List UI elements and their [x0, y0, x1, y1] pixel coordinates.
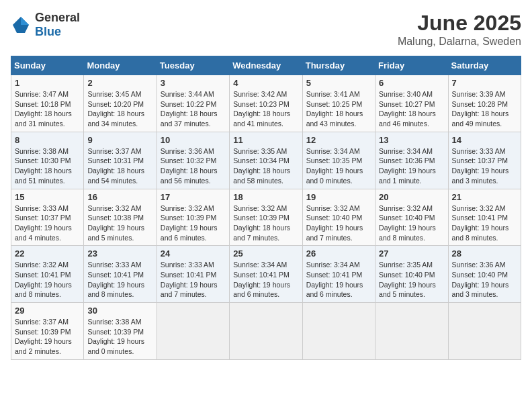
calendar-cell: 18Sunrise: 3:32 AM Sunset: 10:39 PM Dayl… — [230, 189, 302, 246]
weekday-header-row: SundayMondayTuesdayWednesdayThursdayFrid… — [11, 56, 521, 75]
calendar-cell — [230, 303, 302, 360]
day-number: 9 — [87, 135, 152, 145]
day-info: Sunrise: 3:38 AM Sunset: 10:30 PM Daylig… — [15, 146, 80, 186]
calendar-cell: 23Sunrise: 3:33 AM Sunset: 10:41 PM Dayl… — [84, 246, 157, 303]
day-number: 5 — [306, 78, 371, 88]
day-info: Sunrise: 3:33 AM Sunset: 10:37 PM Daylig… — [452, 146, 517, 186]
day-info: Sunrise: 3:34 AM Sunset: 10:35 PM Daylig… — [306, 146, 371, 186]
calendar-cell: 11Sunrise: 3:35 AM Sunset: 10:34 PM Dayl… — [230, 132, 302, 189]
day-info: Sunrise: 3:34 AM Sunset: 10:41 PM Daylig… — [233, 260, 298, 300]
day-info: Sunrise: 3:38 AM Sunset: 10:39 PM Daylig… — [87, 317, 152, 357]
calendar-cell: 13Sunrise: 3:34 AM Sunset: 10:36 PM Dayl… — [375, 132, 448, 189]
calendar-cell: 8Sunrise: 3:38 AM Sunset: 10:30 PM Dayli… — [11, 132, 84, 189]
day-info: Sunrise: 3:41 AM Sunset: 10:25 PM Daylig… — [306, 89, 371, 129]
day-number: 28 — [452, 248, 517, 259]
calendar-table: SundayMondayTuesdayWednesdayThursdayFrid… — [11, 56, 521, 360]
calendar-cell: 25Sunrise: 3:34 AM Sunset: 10:41 PM Dayl… — [230, 246, 302, 303]
logo: General Blue — [11, 11, 80, 39]
day-info: Sunrise: 3:36 AM Sunset: 10:40 PM Daylig… — [452, 260, 517, 300]
calendar-cell: 14Sunrise: 3:33 AM Sunset: 10:37 PM Dayl… — [448, 132, 521, 189]
day-number: 15 — [15, 192, 80, 202]
weekday-header-friday: Friday — [375, 56, 448, 75]
day-number: 20 — [379, 192, 444, 202]
day-info: Sunrise: 3:42 AM Sunset: 10:23 PM Daylig… — [233, 89, 298, 129]
week-row-1: 1Sunrise: 3:47 AM Sunset: 10:18 PM Dayli… — [11, 75, 521, 132]
day-info: Sunrise: 3:34 AM Sunset: 10:41 PM Daylig… — [306, 260, 371, 300]
calendar-cell: 29Sunrise: 3:37 AM Sunset: 10:39 PM Dayl… — [11, 303, 84, 360]
calendar-cell: 17Sunrise: 3:32 AM Sunset: 10:39 PM Dayl… — [157, 189, 229, 246]
week-row-2: 8Sunrise: 3:38 AM Sunset: 10:30 PM Dayli… — [11, 132, 521, 189]
day-number: 12 — [306, 135, 371, 145]
calendar-cell: 16Sunrise: 3:32 AM Sunset: 10:38 PM Dayl… — [84, 189, 157, 246]
day-number: 13 — [379, 135, 444, 145]
calendar-cell: 9Sunrise: 3:37 AM Sunset: 10:31 PM Dayli… — [84, 132, 157, 189]
day-info: Sunrise: 3:32 AM Sunset: 10:39 PM Daylig… — [233, 203, 298, 243]
calendar-cell: 3Sunrise: 3:44 AM Sunset: 10:22 PM Dayli… — [157, 75, 229, 132]
day-info: Sunrise: 3:34 AM Sunset: 10:36 PM Daylig… — [379, 146, 444, 186]
day-number: 18 — [233, 192, 298, 202]
weekday-header-saturday: Saturday — [448, 56, 521, 75]
day-number: 23 — [87, 248, 152, 259]
day-info: Sunrise: 3:32 AM Sunset: 10:39 PM Daylig… — [161, 203, 226, 243]
day-info: Sunrise: 3:35 AM Sunset: 10:40 PM Daylig… — [379, 260, 444, 300]
calendar-cell — [375, 303, 448, 360]
calendar-cell — [157, 303, 229, 360]
day-number: 8 — [15, 135, 80, 145]
calendar-cell: 4Sunrise: 3:42 AM Sunset: 10:23 PM Dayli… — [230, 75, 302, 132]
day-info: Sunrise: 3:35 AM Sunset: 10:34 PM Daylig… — [233, 146, 298, 186]
calendar-cell — [448, 303, 521, 360]
weekday-header-sunday: Sunday — [11, 56, 84, 75]
calendar-cell: 26Sunrise: 3:34 AM Sunset: 10:41 PM Dayl… — [302, 246, 375, 303]
day-number: 16 — [87, 192, 152, 202]
day-info: Sunrise: 3:44 AM Sunset: 10:22 PM Daylig… — [161, 89, 226, 129]
day-number: 27 — [379, 248, 444, 259]
day-number: 14 — [452, 135, 517, 145]
calendar-cell: 15Sunrise: 3:33 AM Sunset: 10:37 PM Dayl… — [11, 189, 84, 246]
calendar-cell: 27Sunrise: 3:35 AM Sunset: 10:40 PM Dayl… — [375, 246, 448, 303]
calendar-cell: 10Sunrise: 3:36 AM Sunset: 10:32 PM Dayl… — [157, 132, 229, 189]
day-info: Sunrise: 3:32 AM Sunset: 10:41 PM Daylig… — [452, 203, 517, 243]
logo-icon — [11, 15, 31, 35]
day-info: Sunrise: 3:40 AM Sunset: 10:27 PM Daylig… — [379, 89, 444, 129]
weekday-header-thursday: Thursday — [302, 56, 375, 75]
calendar-cell: 19Sunrise: 3:32 AM Sunset: 10:40 PM Dayl… — [302, 189, 375, 246]
day-number: 2 — [87, 78, 152, 88]
day-number: 10 — [161, 135, 226, 145]
calendar-cell — [302, 303, 375, 360]
weekday-header-monday: Monday — [84, 56, 157, 75]
weekday-header-wednesday: Wednesday — [230, 56, 302, 75]
day-info: Sunrise: 3:33 AM Sunset: 10:41 PM Daylig… — [87, 260, 152, 300]
day-info: Sunrise: 3:33 AM Sunset: 10:37 PM Daylig… — [15, 203, 80, 243]
day-number: 19 — [306, 192, 371, 202]
calendar-cell: 28Sunrise: 3:36 AM Sunset: 10:40 PM Dayl… — [448, 246, 521, 303]
calendar-cell: 5Sunrise: 3:41 AM Sunset: 10:25 PM Dayli… — [302, 75, 375, 132]
day-info: Sunrise: 3:32 AM Sunset: 10:41 PM Daylig… — [15, 260, 80, 300]
week-row-3: 15Sunrise: 3:33 AM Sunset: 10:37 PM Dayl… — [11, 189, 521, 246]
day-info: Sunrise: 3:33 AM Sunset: 10:41 PM Daylig… — [161, 260, 226, 300]
calendar-cell: 1Sunrise: 3:47 AM Sunset: 10:18 PM Dayli… — [11, 75, 84, 132]
day-number: 6 — [379, 78, 444, 88]
calendar-cell: 21Sunrise: 3:32 AM Sunset: 10:41 PM Dayl… — [448, 189, 521, 246]
week-row-5: 29Sunrise: 3:37 AM Sunset: 10:39 PM Dayl… — [11, 303, 521, 360]
calendar-cell: 7Sunrise: 3:39 AM Sunset: 10:28 PM Dayli… — [448, 75, 521, 132]
calendar-cell: 30Sunrise: 3:38 AM Sunset: 10:39 PM Dayl… — [84, 303, 157, 360]
day-info: Sunrise: 3:37 AM Sunset: 10:39 PM Daylig… — [15, 317, 80, 357]
day-info: Sunrise: 3:32 AM Sunset: 10:38 PM Daylig… — [87, 203, 152, 243]
weekday-header-tuesday: Tuesday — [157, 56, 229, 75]
day-info: Sunrise: 3:32 AM Sunset: 10:40 PM Daylig… — [306, 203, 371, 243]
calendar-cell: 20Sunrise: 3:32 AM Sunset: 10:40 PM Dayl… — [375, 189, 448, 246]
day-number: 11 — [233, 135, 298, 145]
day-info: Sunrise: 3:36 AM Sunset: 10:32 PM Daylig… — [161, 146, 226, 186]
day-info: Sunrise: 3:47 AM Sunset: 10:18 PM Daylig… — [15, 89, 80, 129]
day-info: Sunrise: 3:39 AM Sunset: 10:28 PM Daylig… — [452, 89, 517, 129]
calendar-cell: 22Sunrise: 3:32 AM Sunset: 10:41 PM Dayl… — [11, 246, 84, 303]
day-info: Sunrise: 3:45 AM Sunset: 10:20 PM Daylig… — [87, 89, 152, 129]
day-number: 21 — [452, 192, 517, 202]
day-info: Sunrise: 3:32 AM Sunset: 10:40 PM Daylig… — [379, 203, 444, 243]
logo-general-text: General — [35, 11, 80, 24]
calendar-subtitle: Malung, Dalarna, Sweden — [398, 36, 521, 48]
day-number: 3 — [161, 78, 226, 88]
logo-blue-text: Blue — [35, 25, 61, 38]
week-row-4: 22Sunrise: 3:32 AM Sunset: 10:41 PM Dayl… — [11, 246, 521, 303]
day-number: 30 — [87, 306, 152, 316]
